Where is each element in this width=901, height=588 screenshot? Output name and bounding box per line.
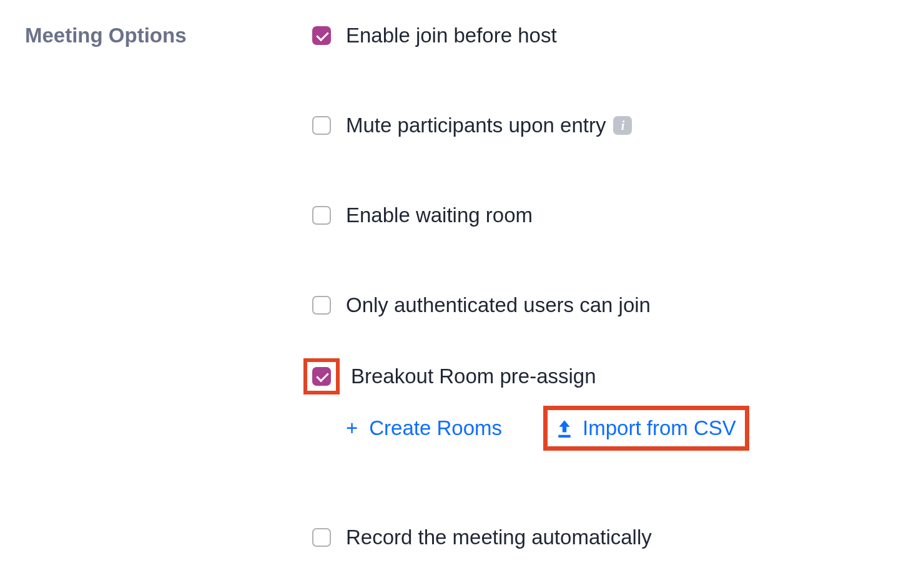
option-mute-participants: Mute participants upon entry i — [312, 114, 901, 137]
option-record-automatically: Record the meeting automatically — [312, 526, 901, 549]
highlight-breakout-checkbox — [303, 358, 340, 394]
option-label: Enable waiting room — [346, 203, 533, 227]
checkbox-enable-waiting-room[interactable] — [312, 206, 331, 225]
option-enable-join-before-host: Enable join before host — [312, 24, 901, 47]
option-label: Mute participants upon entry — [346, 114, 606, 137]
checkbox-enable-join-before-host[interactable] — [312, 26, 331, 45]
checkbox-only-authenticated[interactable] — [312, 296, 331, 315]
checkbox-record-automatically[interactable] — [312, 528, 331, 547]
plus-icon: + — [346, 416, 358, 440]
breakout-sub-actions: + Create Rooms Import from CSV — [346, 406, 901, 451]
upload-icon — [556, 419, 573, 438]
info-icon[interactable]: i — [613, 116, 632, 135]
create-rooms-label: Create Rooms — [369, 416, 502, 440]
option-enable-waiting-room: Enable waiting room — [312, 203, 901, 227]
import-csv-link[interactable]: Import from CSV — [556, 416, 736, 440]
option-label: Enable join before host — [346, 24, 557, 47]
option-label: Record the meeting automatically — [346, 526, 652, 549]
checkbox-breakout-preassign[interactable] — [312, 367, 331, 386]
option-breakout-preassign: Breakout Room pre-assign — [303, 358, 901, 394]
meeting-options-list: Enable join before host Mute participant… — [312, 24, 901, 549]
option-label: Breakout Room pre-assign — [351, 365, 596, 388]
checkbox-mute-participants[interactable] — [312, 116, 331, 135]
section-title: Meeting Options — [25, 24, 312, 549]
option-only-authenticated: Only authenticated users can join — [312, 293, 901, 317]
create-rooms-link[interactable]: + Create Rooms — [346, 416, 502, 440]
option-label: Only authenticated users can join — [346, 293, 651, 317]
import-csv-label: Import from CSV — [583, 416, 736, 440]
highlight-import-csv: Import from CSV — [543, 406, 749, 451]
